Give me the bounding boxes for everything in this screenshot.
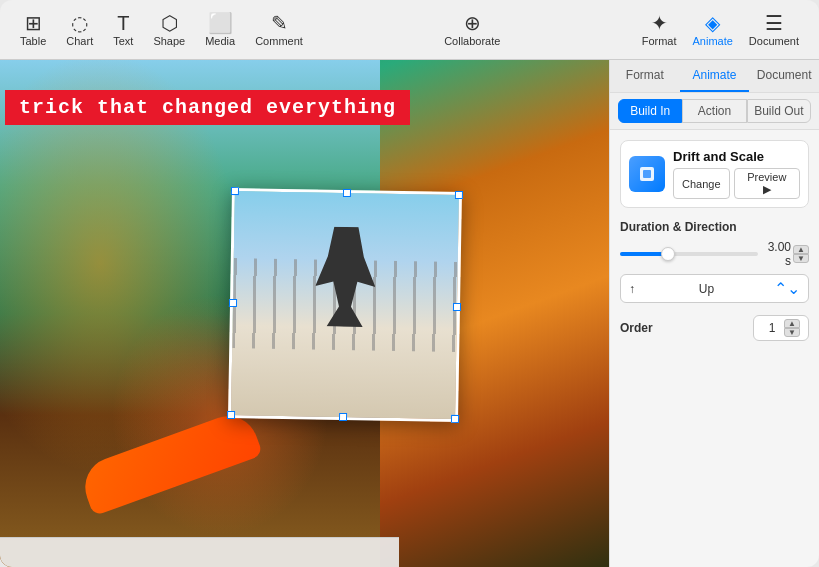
- toolbar: ⊞ Table ◌ Chart T Text ⬡ Shape ⬜ Media ✎…: [0, 0, 819, 60]
- toolbar-media-label: Media: [205, 35, 235, 47]
- order-value: 1: [762, 321, 782, 335]
- animation-info: Drift and Scale Change Preview ▶: [673, 149, 800, 199]
- duration-slider-row: 3.00 s ▲ ▼: [620, 240, 809, 268]
- toolbar-shape[interactable]: ⬡ Shape: [153, 13, 185, 47]
- photo-content: [231, 191, 459, 419]
- selection-handle-br[interactable]: [451, 415, 459, 423]
- duration-section: Duration & Direction 3.00 s ▲ ▼: [620, 220, 809, 303]
- subtab-build-out[interactable]: Build Out: [747, 99, 811, 123]
- order-label: Order: [620, 321, 653, 335]
- direction-label: Up: [699, 282, 714, 296]
- chart-icon: ◌: [71, 13, 88, 33]
- order-value-box: 1 ▲ ▼: [753, 315, 809, 341]
- preview-animation-button[interactable]: Preview ▶: [734, 168, 800, 199]
- animate-subtabs: Build In Action Build Out: [610, 93, 819, 130]
- toolbar-table[interactable]: ⊞ Table: [20, 13, 46, 47]
- animation-buttons: Change Preview ▶: [673, 168, 800, 199]
- duration-value-display: 3.00 s ▲ ▼: [764, 240, 809, 268]
- toolbar-collaborate[interactable]: ⊕ Collaborate: [444, 13, 500, 47]
- duration-increment[interactable]: ▲: [793, 245, 809, 254]
- format-icon: ✦: [651, 13, 668, 33]
- panel-tabs: Format Animate Document: [610, 60, 819, 93]
- document-icon: ☰: [765, 13, 783, 33]
- duration-label: Duration & Direction: [620, 220, 809, 234]
- svg-rect-1: [643, 170, 651, 178]
- toolbar-table-label: Table: [20, 35, 46, 47]
- direction-arrow-up-icon: ↑: [629, 282, 635, 296]
- bottom-strip: [0, 537, 399, 567]
- order-section: Order 1 ▲ ▼: [620, 315, 809, 341]
- tab-animate[interactable]: Animate: [680, 60, 750, 92]
- toolbar-right: ✦ Format ◈ Animate ☰ Document: [642, 13, 799, 47]
- slider-thumb[interactable]: [661, 247, 675, 261]
- toolbar-shape-label: Shape: [153, 35, 185, 47]
- selection-handle-tl[interactable]: [231, 187, 239, 195]
- main-area: trick that changed everything Format: [0, 60, 819, 567]
- toolbar-comment-label: Comment: [255, 35, 303, 47]
- toolbar-format-label: Format: [642, 35, 677, 47]
- direction-select[interactable]: ↑ Up ⌃⌄: [620, 274, 809, 303]
- duration-slider[interactable]: [620, 252, 758, 256]
- toolbar-collaborate-label: Collaborate: [444, 35, 500, 47]
- slide-title[interactable]: trick that changed everything: [5, 90, 410, 125]
- toolbar-comment[interactable]: ✎ Comment: [255, 13, 303, 47]
- table-icon: ⊞: [25, 13, 42, 33]
- selection-handle-mr[interactable]: [453, 303, 461, 311]
- order-stepper: ▲ ▼: [784, 319, 800, 337]
- tab-document[interactable]: Document: [749, 60, 819, 92]
- selection-handle-bl[interactable]: [227, 411, 235, 419]
- animate-icon: ◈: [705, 13, 720, 33]
- toolbar-center: ⊕ Collaborate: [444, 13, 500, 47]
- duration-stepper: ▲ ▼: [793, 245, 809, 263]
- chevron-down-icon: ⌃⌄: [774, 279, 800, 298]
- toolbar-left: ⊞ Table ◌ Chart T Text ⬡ Shape ⬜ Media ✎…: [20, 13, 303, 47]
- animation-card: Drift and Scale Change Preview ▶: [620, 140, 809, 208]
- shape-icon: ⬡: [161, 13, 178, 33]
- text-icon: T: [117, 13, 129, 33]
- subtab-action[interactable]: Action: [682, 99, 746, 123]
- photo-element[interactable]: [228, 188, 462, 422]
- selection-handle-tm[interactable]: [343, 189, 351, 197]
- toolbar-animate-label: Animate: [693, 35, 733, 47]
- order-increment[interactable]: ▲: [784, 319, 800, 328]
- toolbar-chart-label: Chart: [66, 35, 93, 47]
- toolbar-chart[interactable]: ◌ Chart: [66, 13, 93, 47]
- animation-name: Drift and Scale: [673, 149, 800, 164]
- collaborate-icon: ⊕: [464, 13, 481, 33]
- toolbar-document-label: Document: [749, 35, 799, 47]
- canvas[interactable]: trick that changed everything: [0, 60, 609, 567]
- selection-handle-bm[interactable]: [339, 413, 347, 421]
- selection-handle-tr[interactable]: [455, 191, 463, 199]
- panel-content: Drift and Scale Change Preview ▶ Duratio…: [610, 130, 819, 351]
- toolbar-text-label: Text: [113, 35, 133, 47]
- media-icon: ⬜: [208, 13, 233, 33]
- duration-decrement[interactable]: ▼: [793, 254, 809, 263]
- tab-format[interactable]: Format: [610, 60, 680, 92]
- toolbar-media[interactable]: ⬜ Media: [205, 13, 235, 47]
- right-panel: Format Animate Document Build In Action …: [609, 60, 819, 567]
- animation-icon: [629, 156, 665, 192]
- comment-icon: ✎: [271, 13, 288, 33]
- change-animation-button[interactable]: Change: [673, 168, 730, 199]
- toolbar-animate[interactable]: ◈ Animate: [693, 13, 733, 47]
- toolbar-text[interactable]: T Text: [113, 13, 133, 47]
- subtab-build-in[interactable]: Build In: [618, 99, 682, 123]
- toolbar-document[interactable]: ☰ Document: [749, 13, 799, 47]
- selection-handle-ml[interactable]: [229, 299, 237, 307]
- toolbar-format[interactable]: ✦ Format: [642, 13, 677, 47]
- order-decrement[interactable]: ▼: [784, 328, 800, 337]
- title-text: trick that changed everything: [19, 96, 396, 119]
